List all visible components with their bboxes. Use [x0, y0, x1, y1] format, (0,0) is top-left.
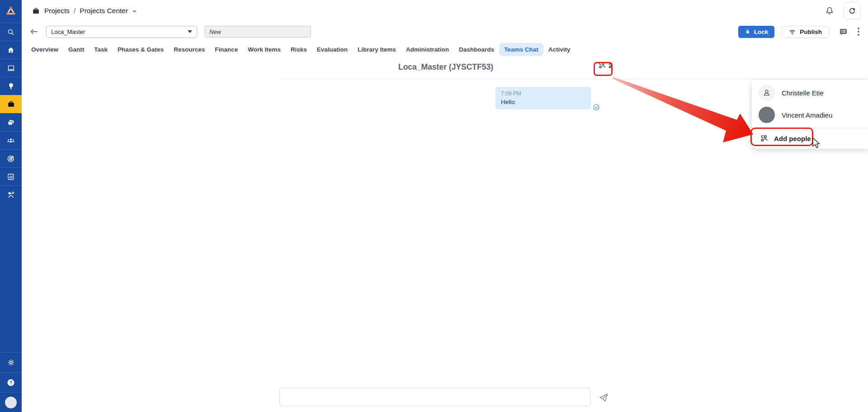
member-list-item[interactable]: Christelle Etie	[752, 80, 868, 103]
chat-message-bubble: 7:08 PM Hello	[495, 87, 591, 109]
logo-triangle-icon	[5, 5, 17, 17]
breadcrumb: Projects / Projects Center	[32, 7, 137, 15]
chat-bubble-icon	[839, 27, 848, 37]
help-icon: ?	[6, 378, 15, 387]
publish-button-label: Publish	[800, 28, 822, 35]
more-options-button[interactable]	[855, 25, 862, 38]
message-delivered-status	[593, 104, 600, 113]
project-dropdown-value: Loca_Master	[51, 28, 188, 35]
message-text: Hello	[501, 99, 585, 105]
sidebar-item-help[interactable]: ?	[0, 372, 22, 392]
chat-panel-button[interactable]	[837, 25, 850, 38]
publish-button[interactable]: Publish	[782, 26, 829, 38]
lock-button-label: Lock	[754, 28, 769, 35]
member-list-item[interactable]: Vincent Amadieu	[752, 103, 868, 127]
main-content: Projects / Projects Center Loca_Master	[22, 0, 868, 412]
person-add-icon	[760, 134, 769, 143]
tab-resources[interactable]: Resources	[169, 43, 210, 56]
person-icon	[762, 88, 772, 98]
check-circle-icon	[593, 104, 600, 111]
sidebar-item-reports[interactable]	[0, 167, 22, 185]
tab-finance[interactable]: Finance	[210, 43, 243, 56]
home-icon	[7, 46, 15, 54]
chevron-down-icon[interactable]	[132, 9, 137, 14]
tab-phases-gates[interactable]: Phases & Gates	[113, 43, 169, 56]
chat-member-count: 2	[609, 62, 612, 69]
add-people-button[interactable]: Add people	[752, 128, 868, 148]
top-bar: Projects / Projects Center	[22, 0, 868, 22]
member-name: Vincent Amadieu	[782, 111, 832, 119]
sidebar-item-profile[interactable]	[0, 392, 22, 412]
sidebar-item-workspace[interactable]	[0, 59, 22, 77]
tab-activity[interactable]: Activity	[543, 43, 576, 56]
sidebar-item-home[interactable]	[0, 41, 22, 59]
lightbulb-icon	[7, 82, 15, 90]
tab-dashboards[interactable]: Dashboards	[454, 43, 499, 56]
sidebar-item-ideas[interactable]	[0, 77, 22, 95]
tools-icon	[7, 191, 15, 199]
sidebar-item-goals[interactable]	[0, 149, 22, 167]
chat-members-button[interactable]: 2	[598, 61, 612, 70]
chat-header: Loca_Master (JYSCTF53) 2	[279, 58, 612, 78]
version-field[interactable]	[205, 26, 311, 38]
tab-overview[interactable]: Overview	[26, 43, 63, 56]
topbar-actions	[823, 2, 861, 19]
members-popover: Christelle Etie Vincent Amadieu Add peop…	[752, 80, 868, 149]
breadcrumb-root[interactable]: Projects	[44, 7, 70, 15]
tab-evaluation[interactable]: Evaluation	[312, 43, 353, 56]
tab-bar: Overview Gantt Task Phases & Gates Resou…	[26, 42, 868, 57]
bell-icon	[825, 6, 835, 16]
tab-library-items[interactable]: Library Items	[353, 43, 401, 56]
send-button[interactable]	[597, 391, 610, 406]
bar-chart-icon	[7, 173, 15, 181]
app-window: ? Projects / Projects Center	[0, 0, 868, 412]
arrow-left-icon	[29, 27, 39, 37]
people-group-icon	[6, 136, 15, 145]
app-logo[interactable]	[0, 0, 22, 23]
tab-administration[interactable]: Administration	[401, 43, 454, 56]
sidebar-item-tools[interactable]	[0, 185, 22, 204]
member-avatar-placeholder	[759, 85, 775, 101]
sidebar-item-resources[interactable]	[0, 131, 22, 149]
laptop-icon	[7, 64, 15, 72]
breadcrumb-separator: /	[74, 7, 75, 15]
back-button[interactable]	[28, 26, 40, 38]
gear-icon	[7, 358, 15, 367]
tab-teams-chat[interactable]: Teams Chat	[499, 43, 543, 56]
wifi-icon	[788, 28, 796, 36]
briefcase-icon	[7, 100, 15, 109]
folders-icon	[7, 118, 15, 127]
sidebar-item-projects[interactable]	[0, 95, 22, 113]
project-toolbar: Loca_Master Lock Publish	[22, 22, 868, 42]
tab-task[interactable]: Task	[89, 43, 113, 56]
breadcrumb-current[interactable]: Projects Center	[80, 7, 128, 15]
tab-risks[interactable]: Risks	[286, 43, 312, 56]
member-avatar-photo	[759, 107, 775, 123]
sidebar-item-search[interactable]	[0, 23, 22, 41]
project-dropdown[interactable]: Loca_Master	[46, 26, 197, 38]
chat-title: Loca_Master (JYSCTF53)	[279, 58, 612, 76]
refresh-icon	[848, 7, 856, 15]
sidebar-item-settings[interactable]	[0, 352, 22, 372]
target-icon	[7, 154, 15, 163]
user-avatar	[5, 397, 17, 408]
add-people-label: Add people	[774, 135, 811, 142]
sidebar-item-documents[interactable]	[0, 113, 22, 131]
briefcase-icon	[32, 7, 40, 15]
refresh-button[interactable]	[844, 2, 861, 19]
lock-button[interactable]: Lock	[738, 26, 775, 38]
toolbar-actions: Lock Publish	[738, 25, 862, 38]
person-add-icon	[598, 61, 607, 70]
unlock-icon	[745, 28, 751, 35]
svg-text:?: ?	[9, 380, 12, 385]
member-name: Christelle Etie	[782, 89, 824, 97]
message-input[interactable]	[279, 388, 590, 406]
message-timestamp: 7:08 PM	[501, 90, 585, 97]
caret-down-icon	[188, 30, 192, 33]
tab-work-items[interactable]: Work Items	[243, 43, 286, 56]
search-icon	[7, 28, 15, 36]
send-icon	[598, 392, 609, 403]
sidebar: ?	[0, 0, 22, 412]
notifications-button[interactable]	[823, 4, 836, 18]
tab-gantt[interactable]: Gantt	[63, 43, 89, 56]
